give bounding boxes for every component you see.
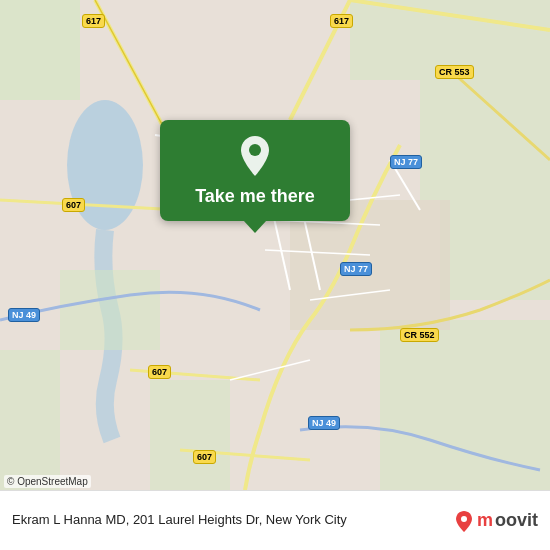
osm-copyright-text: © OpenStreetMap xyxy=(7,476,88,487)
moovit-logo-rest: oovit xyxy=(495,510,538,531)
svg-rect-4 xyxy=(420,80,550,200)
road-badge-nj49-left: NJ 49 xyxy=(8,308,40,322)
moovit-logo: moovit xyxy=(453,510,538,532)
road-badge-cr552: CR 552 xyxy=(400,328,439,342)
svg-rect-8 xyxy=(0,350,60,490)
bottom-bar: Ekram L Hanna MD, 201 Laurel Heights Dr,… xyxy=(0,490,550,550)
svg-rect-5 xyxy=(440,200,550,300)
address-text: Ekram L Hanna MD, 201 Laurel Heights Dr,… xyxy=(12,512,347,529)
take-me-there-button[interactable]: Take me there xyxy=(160,120,350,221)
moovit-logo-m: m xyxy=(477,510,493,531)
location-pin-icon xyxy=(237,134,273,178)
svg-rect-7 xyxy=(380,320,550,490)
road-badge-607-btm: 607 xyxy=(148,365,171,379)
road-badge-617-tl: 617 xyxy=(82,14,105,28)
svg-point-29 xyxy=(461,516,467,522)
map-container: 617 617 CR 553 NJ 77 607 NJ 49 NJ 77 CR … xyxy=(0,0,550,490)
svg-point-28 xyxy=(249,144,261,156)
road-badge-nj49-btm: NJ 49 xyxy=(308,416,340,430)
svg-rect-9 xyxy=(150,380,230,490)
road-badge-617-tr: 617 xyxy=(330,14,353,28)
callout-label: Take me there xyxy=(195,186,315,207)
road-badge-607-left: 607 xyxy=(62,198,85,212)
road-badge-nj77-mid: NJ 77 xyxy=(340,262,372,276)
road-badge-cr553: CR 553 xyxy=(435,65,474,79)
road-badge-607-btm2: 607 xyxy=(193,450,216,464)
svg-rect-2 xyxy=(0,0,80,100)
osm-copyright: © OpenStreetMap xyxy=(4,475,91,488)
svg-rect-6 xyxy=(60,270,160,350)
moovit-dot-icon xyxy=(453,510,475,532)
road-badge-nj77-rt: NJ 77 xyxy=(390,155,422,169)
